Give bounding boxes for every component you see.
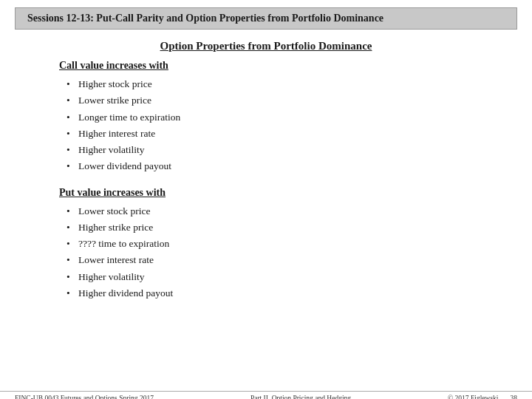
footer-copyright: © 2017 Figlewski (448, 395, 498, 399)
header-bar: Sessions 12-13: Put-Call Parity and Opti… (15, 7, 517, 30)
call-section-title: Call value increases with (59, 60, 488, 72)
list-item: Longer time to expiration (66, 109, 488, 126)
list-item: Higher volatility (66, 269, 488, 285)
put-bullet-list: Lower stock price Higher strike price ??… (66, 203, 488, 302)
call-bullet-list: Higher stock price Lower strike price Lo… (66, 76, 488, 175)
list-item: Lower dividend payout (66, 158, 488, 174)
list-item: Lower strike price (66, 92, 488, 109)
page-container: Sessions 12-13: Put-Call Parity and Opti… (0, 7, 532, 399)
footer-right: © 2017 Figlewski 38 (448, 395, 517, 399)
footer-page: 38 (510, 395, 517, 399)
footer-center: Part II. Option Pricing and Hedging (250, 395, 351, 399)
footer: FINC-UB 0043 Futures and Options Spring … (0, 391, 532, 399)
list-item: Higher dividend payout (66, 285, 488, 301)
list-item: Higher interest rate (66, 126, 488, 142)
put-section-title: Put value increases with (59, 187, 488, 199)
list-item: Higher strike price (66, 219, 488, 236)
list-item: Lower interest rate (66, 252, 488, 268)
list-item: Lower stock price (66, 203, 488, 219)
footer-left: FINC-UB 0043 Futures and Options Spring … (15, 395, 154, 399)
section-title: Option Properties from Portfolio Dominan… (0, 40, 532, 52)
list-item: Higher volatility (66, 142, 488, 158)
content-area: Call value increases with Higher stock p… (0, 60, 532, 301)
header-title: Sessions 12-13: Put-Call Parity and Opti… (27, 13, 383, 24)
list-item: ???? time to expiration (66, 236, 488, 252)
list-item: Higher stock price (66, 76, 488, 92)
